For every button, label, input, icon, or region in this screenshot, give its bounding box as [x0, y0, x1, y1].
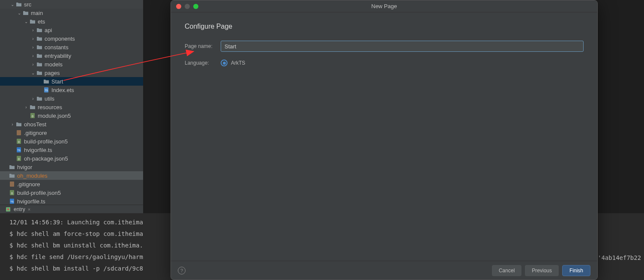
chevron-right-icon[interactable]: ›: [31, 36, 35, 41]
tree-item[interactable]: TSIndex.ets: [0, 86, 143, 94]
svg-text:{}: {}: [18, 140, 20, 143]
terminal-tab-label[interactable]: entry: [14, 206, 25, 212]
tree-item[interactable]: ›entryability: [0, 51, 143, 60]
language-label: Language:: [185, 60, 221, 66]
close-icon[interactable]: ×: [28, 207, 30, 212]
console-text: $ hdc shell bm install -p /sdcard/9c8: [9, 263, 143, 274]
tree-item[interactable]: {}build-profile.json5: [0, 137, 143, 146]
chevron-down-icon[interactable]: ⌄: [31, 71, 35, 75]
file-git-icon: [9, 181, 15, 188]
chevron-right-icon[interactable]: ›: [31, 62, 35, 67]
project-tree[interactable]: ⌄src⌄main⌄ets›api›components›constants›e…: [0, 0, 143, 206]
window-minimize-button[interactable]: [185, 4, 190, 9]
window-zoom-button[interactable]: [193, 4, 198, 9]
help-icon[interactable]: ?: [178, 267, 186, 274]
file-json-icon: {}: [9, 189, 15, 196]
chevron-right-icon[interactable]: ›: [31, 54, 35, 58]
tree-item[interactable]: ⌄ets: [0, 17, 143, 26]
tree-item[interactable]: ›api: [0, 26, 143, 34]
file-json-icon: {}: [15, 138, 22, 145]
svg-text:{}: {}: [11, 192, 13, 194]
gutter-mark: [4, 240, 9, 251]
page-name-row: Page name:: [185, 41, 584, 52]
tree-item[interactable]: ›models: [0, 60, 143, 69]
tree-item[interactable]: TShvigorfile.ts: [0, 197, 143, 206]
tree-item[interactable]: oh_modules: [0, 171, 143, 180]
tree-item-label: oh-package.json5: [24, 155, 68, 162]
folder-icon: [36, 52, 43, 59]
tree-item[interactable]: ›constants: [0, 43, 143, 51]
tree-item[interactable]: TShvigorfile.ts: [0, 146, 143, 154]
module-icon: [5, 206, 11, 212]
tree-item[interactable]: hvigor: [0, 163, 143, 171]
tree-item-label: .gitignore: [17, 181, 40, 188]
tree-item-label: Start: [51, 78, 63, 85]
tree-item-label: .gitignore: [24, 130, 47, 136]
tree-item[interactable]: Start: [0, 77, 143, 86]
tree-item[interactable]: ›resources: [0, 103, 143, 111]
console-text: 12/01 14:56:39: Launching com.itheima: [9, 217, 143, 228]
tree-item[interactable]: ⌄src: [0, 0, 143, 9]
page-name-input[interactable]: [221, 41, 584, 52]
previous-button[interactable]: Previous: [525, 265, 559, 276]
language-radio-arkts[interactable]: [221, 60, 228, 66]
tree-item[interactable]: ›ohosTest: [0, 120, 143, 128]
tree-item-label: build-profile.json5: [17, 190, 61, 196]
chevron-right-icon[interactable]: ›: [31, 96, 35, 101]
file-json-icon: {}: [15, 155, 22, 162]
dialog-body: Configure Page Page name: Language: ArkT…: [171, 12, 597, 261]
tree-item[interactable]: ›components: [0, 34, 143, 43]
dialog-titlebar: New Page: [171, 0, 597, 12]
new-page-dialog: New Page Configure Page Page name: Langu…: [171, 0, 598, 280]
folder-icon: [36, 44, 43, 51]
svg-rect-17: [7, 209, 9, 210]
tree-item[interactable]: .gitignore: [0, 128, 143, 137]
chevron-right-icon[interactable]: ›: [24, 105, 28, 110]
window-close-button[interactable]: [176, 4, 181, 9]
folder-icon: [43, 78, 50, 85]
tree-item-label: api: [45, 27, 52, 33]
page-name-label: Page name:: [185, 43, 221, 49]
tree-item-label: module.json5: [38, 113, 71, 119]
tree-item[interactable]: ›utils: [0, 94, 143, 103]
tree-item[interactable]: ⌄main: [0, 9, 143, 17]
file-json-icon: {}: [29, 112, 36, 119]
folder-icon: [36, 35, 43, 42]
folder-icon: [9, 164, 15, 170]
chevron-right-icon[interactable]: ›: [10, 122, 15, 127]
project-tree-panel: ⌄src⌄main⌄ets›api›components›constants›e…: [0, 0, 143, 209]
chevron-down-icon[interactable]: ⌄: [24, 19, 28, 24]
finish-button[interactable]: Finish: [562, 265, 590, 276]
tree-item-label: entryability: [45, 53, 71, 59]
console-text: $ hdc shell am force-stop com.itheima: [9, 228, 143, 240]
tree-item-label: oh_modules: [17, 173, 48, 179]
tree-item-label: ohosTest: [24, 121, 46, 128]
folder-icon: [36, 95, 43, 102]
tree-item-label: hvigor: [17, 164, 32, 170]
tree-item-label: main: [31, 10, 43, 16]
tree-item-label: ets: [38, 18, 45, 25]
radio-dot-icon: [223, 62, 226, 65]
folder-icon: [29, 104, 36, 110]
tree-item-label: resources: [38, 104, 62, 110]
tree-item[interactable]: .gitignore: [0, 180, 143, 188]
tree-item-label: constants: [45, 44, 69, 51]
gutter-mark: [4, 228, 9, 240]
tree-item[interactable]: {}build-profile.json5: [0, 188, 143, 197]
file-ts-icon: TS: [9, 198, 15, 205]
dialog-title: New Page: [171, 3, 597, 9]
chevron-right-icon[interactable]: ›: [31, 45, 35, 50]
chevron-down-icon[interactable]: ⌄: [10, 2, 15, 7]
language-option-label: ArkTS: [231, 60, 245, 66]
console-text: $ hdc file send /Users/gaolingyu/harm: [9, 251, 143, 263]
console-text: $ hdc shell bm uninstall com.itheima.: [9, 240, 143, 251]
tree-item[interactable]: {}oh-package.json5: [0, 154, 143, 163]
tree-item-label: hvigorfile.ts: [24, 147, 52, 153]
chevron-down-icon[interactable]: ⌄: [17, 11, 21, 15]
cancel-button[interactable]: Cancel: [492, 265, 521, 276]
svg-text:{}: {}: [18, 158, 20, 160]
tree-item-label: pages: [45, 70, 60, 76]
chevron-right-icon[interactable]: ›: [31, 28, 35, 33]
tree-item[interactable]: ⌄pages: [0, 69, 143, 77]
tree-item[interactable]: {}module.json5: [0, 111, 143, 120]
